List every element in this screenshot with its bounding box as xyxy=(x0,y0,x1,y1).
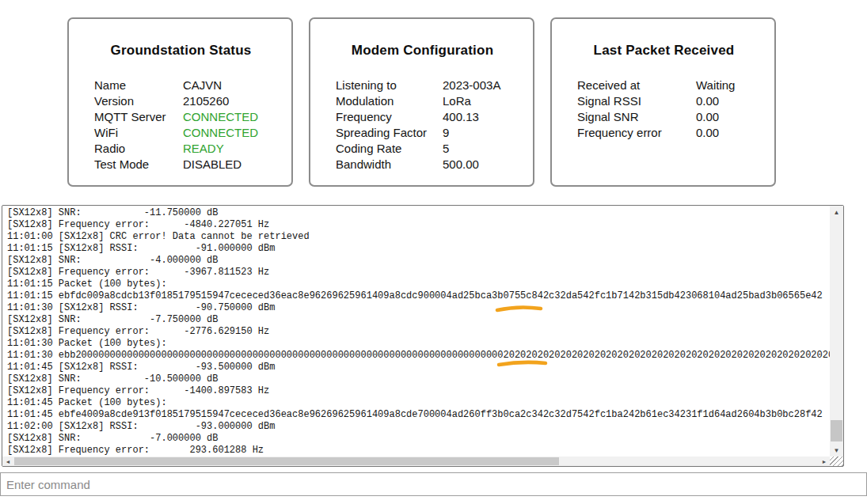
row-value: 2023-003A xyxy=(443,78,509,93)
status-row: Frequency error0.00 xyxy=(577,125,751,141)
status-row: WiFiCONNECTED xyxy=(94,125,268,141)
row-value: DISABLED xyxy=(183,157,268,172)
row-label: Signal RSSI xyxy=(577,93,696,109)
row-label: Signal SNR xyxy=(577,109,696,125)
row-label: MQTT Server xyxy=(94,109,183,125)
status-row: Signal SNR0.00 xyxy=(577,109,751,125)
row-value: 400.13 xyxy=(443,109,509,125)
console-line: [SX12x8] SNR: -7.750000 dB xyxy=(7,314,830,326)
card-title: Last Packet Received xyxy=(577,43,751,59)
status-row: Received atWaiting xyxy=(577,78,751,93)
row-label: Frequency error xyxy=(577,125,696,141)
console-line: 11:01:15 [SX12x8] RSSI: -91.000000 dBm xyxy=(7,243,830,255)
row-label: Version xyxy=(94,93,183,109)
console-line: 11:01:15 Packet (100 bytes): xyxy=(7,279,830,290)
status-row: RadioREADY xyxy=(94,141,268,157)
status-cards: Groundstation Status NameCAJVNVersion210… xyxy=(67,17,776,187)
status-row: Bandwidth500.00 xyxy=(336,157,509,172)
console-line: 11:01:15 ebfdc009a8cdcb13f0185179515947c… xyxy=(7,290,830,302)
console-line: 11:01:30 ebb2000000000000000000000000000… xyxy=(7,350,830,362)
row-value: 2105260 xyxy=(183,93,268,109)
modem-configuration-rows: Listening to2023-003AModulationLoRaFrequ… xyxy=(336,78,509,172)
console-line: [SX12x8] SNR: -4.000000 dB xyxy=(7,255,830,267)
console-line: [SX12x8] SNR: -10.500000 dB xyxy=(7,373,830,385)
row-value: 9 xyxy=(443,125,509,141)
row-label: Modulation xyxy=(336,93,443,109)
status-row: MQTT ServerCONNECTED xyxy=(94,109,268,125)
modem-configuration-card: Modem Configuration Listening to2023-003… xyxy=(309,17,534,187)
status-row: Listening to2023-003A xyxy=(336,78,509,93)
console-line: 11:01:30 Packet (100 bytes): xyxy=(7,338,830,350)
row-label: WiFi xyxy=(94,125,183,141)
resize-grip[interactable] xyxy=(830,457,843,466)
row-label: Name xyxy=(94,78,183,93)
console-line: [SX12x8] Frequency error: -4840.227051 H… xyxy=(7,219,830,231)
row-label: Listening to xyxy=(336,78,443,93)
row-label: Test Mode xyxy=(94,157,183,172)
row-value: LoRa xyxy=(443,93,509,109)
console-line: 11:02:00 [SX12x8] RSSI: -93.000000 dBm xyxy=(7,421,830,433)
row-value: 5 xyxy=(443,141,509,157)
console-line: [SX12x8] SNR: -7.000000 dB xyxy=(7,433,830,445)
scroll-right-icon[interactable]: ► xyxy=(819,457,830,466)
status-row: Frequency400.13 xyxy=(336,109,509,125)
console-log[interactable]: [SX12x8] SNR: -11.750000 dB[SX12x8] Freq… xyxy=(2,205,844,467)
row-label: Received at xyxy=(577,78,696,93)
row-value: READY xyxy=(183,141,268,157)
groundstation-status-rows: NameCAJVNVersion2105260MQTT ServerCONNEC… xyxy=(94,78,268,172)
scroll-up-icon[interactable]: ▲ xyxy=(830,206,843,218)
console-line: [SX12x8] SNR: -11.750000 dB xyxy=(7,207,830,219)
scroll-left-icon[interactable]: ◄ xyxy=(2,457,13,466)
row-value: 0.00 xyxy=(696,93,751,109)
row-label: Bandwidth xyxy=(336,157,443,172)
console-line: [SX12x8] Frequency error: 293.601288 Hz xyxy=(7,445,830,457)
horizontal-scrollbar-thumb[interactable] xyxy=(14,457,559,465)
console-line: 11:01:00 [SX12x8] CRC error! Data cannot… xyxy=(7,231,830,243)
groundstation-status-card: Groundstation Status NameCAJVNVersion210… xyxy=(67,17,293,187)
scroll-down-icon[interactable]: ▼ xyxy=(830,444,843,457)
last-packet-received-rows: Received atWaitingSignal RSSI0.00Signal … xyxy=(577,78,751,141)
horizontal-scrollbar[interactable]: ◄ ► xyxy=(2,457,830,466)
card-title: Modem Configuration xyxy=(336,43,509,59)
row-value: CAJVN xyxy=(183,78,268,93)
status-row: Spreading Factor9 xyxy=(336,125,509,141)
console-log-text: [SX12x8] SNR: -11.750000 dB[SX12x8] Freq… xyxy=(2,206,830,457)
row-value: Waiting xyxy=(696,78,751,93)
status-row: NameCAJVN xyxy=(94,78,268,93)
status-row: ModulationLoRa xyxy=(336,93,509,109)
console-line: [SX12x8] Frequency error: -2776.629150 H… xyxy=(7,326,830,338)
card-title: Groundstation Status xyxy=(94,43,268,59)
vertical-scrollbar[interactable]: ▲ ▼ xyxy=(830,206,843,457)
status-row: Test ModeDISABLED xyxy=(94,157,268,172)
row-value: CONNECTED xyxy=(183,109,268,125)
status-row: Version2105260 xyxy=(94,93,268,109)
vertical-scrollbar-thumb[interactable] xyxy=(831,420,842,441)
console-line: 11:01:45 Packet (100 bytes): xyxy=(7,397,830,409)
console-line: 11:01:45 ebfe4009a8cde913f0185179515947c… xyxy=(7,409,830,421)
console-line: 11:01:45 [SX12x8] RSSI: -93.500000 dBm xyxy=(7,362,830,373)
row-value: 500.00 xyxy=(443,157,509,172)
row-value: CONNECTED xyxy=(183,125,268,141)
row-label: Frequency xyxy=(336,109,443,125)
row-label: Coding Rate xyxy=(336,141,443,157)
row-value: 0.00 xyxy=(696,125,751,141)
status-row: Coding Rate5 xyxy=(336,141,509,157)
row-value: 0.00 xyxy=(696,109,751,125)
row-label: Radio xyxy=(94,141,183,157)
last-packet-received-card: Last Packet Received Received atWaitingS… xyxy=(550,17,776,187)
console-line: [SX12x8] Frequency error: -1400.897583 H… xyxy=(7,385,830,397)
row-label: Spreading Factor xyxy=(336,125,443,141)
status-row: Signal RSSI0.00 xyxy=(577,93,751,109)
console-line: [SX12x8] Frequency error: -3967.811523 H… xyxy=(7,267,830,279)
command-input[interactable] xyxy=(0,472,867,496)
console-line: 11:01:30 [SX12x8] RSSI: -90.750000 dBm xyxy=(7,302,830,314)
